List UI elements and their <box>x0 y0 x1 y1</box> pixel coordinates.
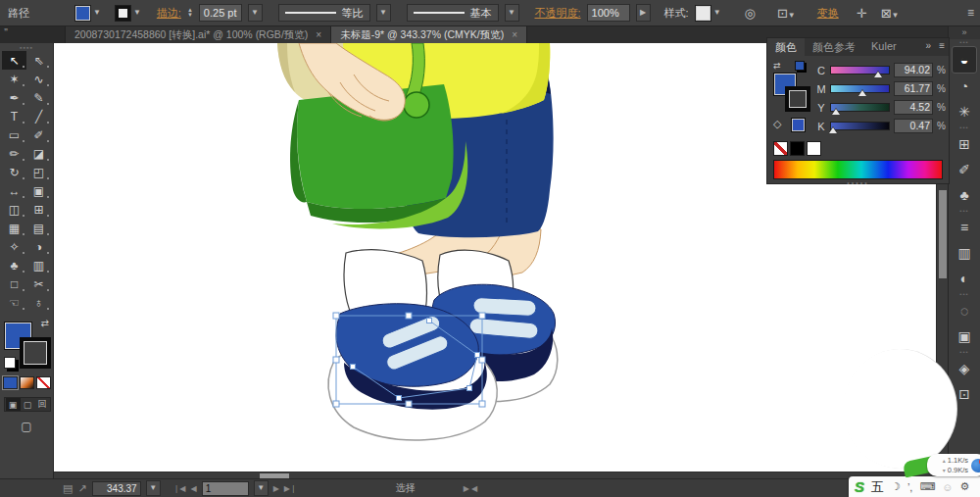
stroke-panel-link[interactable]: 描边: <box>157 6 181 21</box>
default-fill-stroke-icon[interactable] <box>4 357 16 369</box>
tool-pencil[interactable]: ✏ <box>2 144 26 163</box>
none-swatch[interactable] <box>773 141 788 156</box>
tool-lasso[interactable]: ∿ <box>26 70 51 88</box>
draw-inside-button[interactable]: 回 <box>35 398 50 411</box>
tool-type[interactable]: T <box>2 107 26 125</box>
yellow-value[interactable]: 4.52 <box>894 100 933 115</box>
dock-symbols-icon[interactable]: ♣ <box>949 182 980 208</box>
tool-mesh[interactable]: ▦ <box>2 219 26 237</box>
tool-free-transform[interactable]: ▣ <box>26 181 51 200</box>
tool-line-segment[interactable]: ╱ <box>26 107 51 125</box>
opacity-field[interactable]: 100% <box>587 4 630 22</box>
stroke-width-dropdown[interactable]: ▼ <box>248 4 263 22</box>
tool-blend[interactable]: ◑ <box>26 237 51 256</box>
tool-rotate[interactable]: ↻ <box>2 163 26 181</box>
dock-graphic-styles-icon[interactable]: ▣ <box>949 323 980 349</box>
dock-transparency-icon[interactable]: ◐ <box>949 266 980 291</box>
fill-swatch[interactable] <box>74 5 91 22</box>
opacity-dropdown[interactable]: ▶ <box>636 4 651 22</box>
tab-kuler[interactable]: Kuler <box>863 38 905 56</box>
select-similar-icon[interactable]: ⊡▼ <box>773 6 800 21</box>
none-button[interactable] <box>36 376 51 389</box>
last-artboard-icon[interactable]: ▶❘ <box>284 484 297 493</box>
cyan-value[interactable]: 94.02 <box>894 63 933 77</box>
draw-normal-button[interactable]: ▣ <box>6 398 21 411</box>
moon-icon[interactable]: ☽ <box>891 480 901 493</box>
tool-paintbrush[interactable]: ✐ <box>26 125 51 144</box>
document-setup-icon[interactable]: ◎ <box>741 6 760 21</box>
dock-layers-icon[interactable]: ◈ <box>949 356 980 381</box>
bag-strap-knob[interactable] <box>404 92 429 118</box>
tool-pen[interactable]: ✒ <box>2 88 26 107</box>
brush-definition[interactable]: 基本 <box>407 4 499 22</box>
style-swatch[interactable] <box>695 5 711 22</box>
tool-zoom[interactable]: ♁ <box>26 293 51 312</box>
document-tab-1[interactable]: 2008730172458860 [转换].ai* @ 100% (RGB/预览… <box>66 26 331 43</box>
magenta-slider[interactable] <box>830 84 890 93</box>
transform-link[interactable]: 变换 <box>817 6 839 21</box>
tool-hand[interactable]: ☜ <box>2 293 26 312</box>
stroke-swatch[interactable] <box>115 5 131 22</box>
dock-gradient-icon[interactable]: ▥ <box>949 240 980 266</box>
slider-thumb[interactable] <box>829 127 837 133</box>
draw-behind-button[interactable]: ▢ <box>21 398 35 411</box>
document-tab-2[interactable]: 未标题-9* @ 343.37% (CMYK/预览) × <box>331 26 527 43</box>
constrain-proportions-icon[interactable]: ⊠▼ <box>877 6 904 21</box>
artboard-number-field[interactable]: 1 <box>202 481 249 496</box>
tool-shape-builder[interactable]: ◫ <box>2 200 26 219</box>
zoom-level-field[interactable]: 343.37 <box>92 481 141 496</box>
brush-dropdown[interactable]: ▼ <box>505 4 519 22</box>
swap-fill-stroke-icon[interactable]: ⇄ <box>773 61 781 71</box>
tool-rectangle[interactable]: ▭ <box>2 125 26 144</box>
stroke-stepper[interactable]: ▲▼ <box>187 8 193 18</box>
style-dropdown[interactable]: ▼ <box>695 5 721 22</box>
mini-fill-stroke-icon[interactable] <box>795 61 805 71</box>
close-icon[interactable]: × <box>316 29 321 40</box>
tool-magic-wand[interactable]: ✶ <box>2 70 26 88</box>
workspace-icon[interactable]: ▤ <box>63 482 73 495</box>
black-value[interactable]: 0.47 <box>894 119 933 133</box>
artboard-dropdown[interactable]: ▼ <box>254 480 269 496</box>
panel-menu-icon[interactable]: ≡ <box>935 38 949 56</box>
stroke-color-dropdown[interactable]: ▼ <box>115 5 141 22</box>
dock-brushes-icon[interactable]: ✐ <box>949 157 980 182</box>
tool-width[interactable]: ↔ <box>2 181 26 200</box>
keyboard-icon[interactable]: ⌨ <box>919 480 935 493</box>
ime-wubi-mode[interactable]: 五 <box>871 478 884 496</box>
dock-color-guide-icon[interactable]: ◔ <box>949 74 980 99</box>
tool-perspective-grid[interactable]: ⊞ <box>26 200 51 219</box>
toolbar-stroke-swatch[interactable] <box>20 337 51 369</box>
tool-ink-pen[interactable]: ✎ <box>26 88 51 107</box>
control-panel-menu-icon[interactable]: ≡ <box>967 6 972 20</box>
tab-color[interactable]: 颜色 <box>767 38 805 56</box>
sogou-logo-icon[interactable]: S <box>855 478 864 495</box>
yellow-slider[interactable] <box>830 103 890 112</box>
slider-thumb[interactable] <box>874 72 882 77</box>
security-app-icon[interactable] <box>971 459 980 472</box>
vscroll-thumb[interactable] <box>939 190 947 278</box>
tab-color-guide[interactable]: 颜色参考 <box>805 38 863 56</box>
expand-icon[interactable]: ✛ <box>853 6 871 21</box>
dock-swatches-icon[interactable]: ⊞ <box>949 131 980 157</box>
profile-dropdown[interactable]: ▼ <box>376 4 391 22</box>
out-of-web-color-icon[interactable]: ◇ <box>773 118 781 130</box>
dock-color-icon[interactable]: ◒ <box>952 46 977 74</box>
tool-symbol-sprayer[interactable]: ♣ <box>2 256 26 274</box>
tool-eyedropper[interactable]: ✧ <box>2 237 26 256</box>
magenta-value[interactable]: 61.77 <box>894 81 933 96</box>
stroke-width-field[interactable]: 0.25 pt <box>199 4 242 22</box>
tools-panel-grip[interactable]: ▪▪▪▪ <box>0 43 53 51</box>
wrench-icon[interactable]: ⚙ <box>960 480 970 493</box>
dock-stroke-icon[interactable]: ≡ <box>949 215 980 240</box>
closest-web-color-swatch[interactable] <box>791 118 806 132</box>
cyan-slider[interactable] <box>830 66 890 75</box>
swap-fill-stroke-icon[interactable]: ⇄ <box>41 318 49 328</box>
previous-artboard-icon[interactable]: ◀ <box>190 484 196 493</box>
zoom-dropdown[interactable]: ▼ <box>146 480 161 496</box>
collapse-icon[interactable]: » <box>922 38 936 56</box>
tool-column-graph[interactable]: ▥ <box>26 256 51 274</box>
panel-stroke-swatch[interactable] <box>785 86 810 112</box>
panel-resize-grip[interactable]: ••••• <box>767 179 949 187</box>
gradient-button[interactable] <box>20 376 34 389</box>
tool-eraser[interactable]: ◪ <box>26 144 51 163</box>
